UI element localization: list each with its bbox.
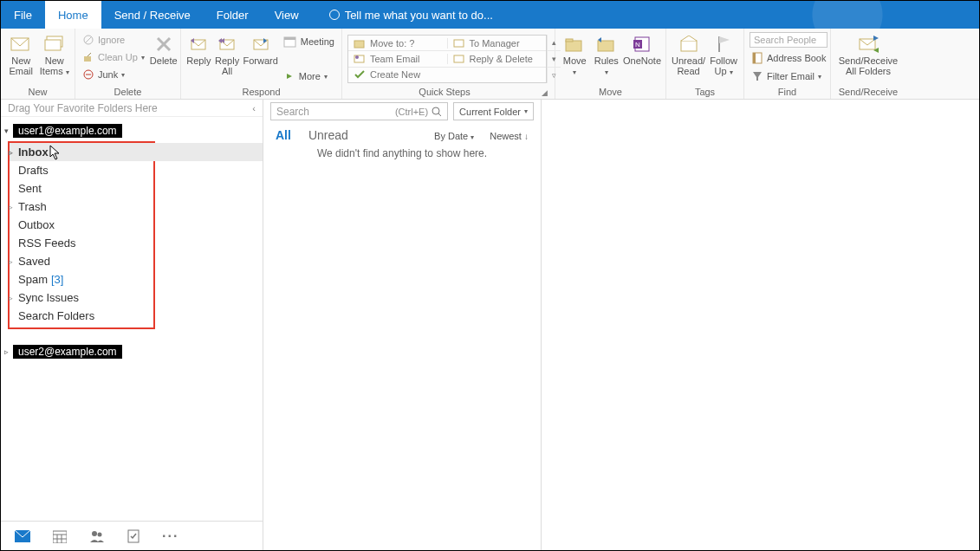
- meeting-button[interactable]: Meeting: [282, 34, 336, 49]
- junk-button[interactable]: Junk▾: [81, 67, 146, 82]
- move-button[interactable]: Move▾: [561, 32, 589, 76]
- search-people-input[interactable]: Search People: [750, 32, 827, 48]
- check-icon: [354, 69, 366, 80]
- nav-calendar-icon[interactable]: [53, 529, 67, 543]
- ignore-icon: [82, 34, 94, 46]
- qs-create-new[interactable]: Create New: [348, 69, 447, 80]
- qs-team-email[interactable]: Team Email: [348, 54, 447, 64]
- envelope-icon: [10, 34, 31, 55]
- group-new: New Email New Items ▾ New: [1, 29, 75, 99]
- team-icon: [354, 54, 366, 64]
- folder-saved[interactable]: ▹Saved: [10, 252, 153, 270]
- new-items-button[interactable]: New Items ▾: [40, 32, 70, 76]
- svg-point-39: [98, 532, 102, 536]
- tell-me-search[interactable]: Tell me what you want to do...: [312, 1, 493, 29]
- account-2-header[interactable]: user2@example.com: [13, 345, 122, 359]
- send-receive-all-button[interactable]: Send/Receive All Folders: [836, 32, 900, 76]
- new-email-button[interactable]: New Email: [6, 32, 36, 76]
- forward-button[interactable]: Forward: [243, 32, 278, 67]
- onenote-icon: N: [632, 34, 652, 55]
- group-respond-label: Respond: [186, 86, 336, 97]
- follow-up-button[interactable]: Follow Up ▾: [709, 32, 738, 76]
- nav-mail-icon[interactable]: [15, 530, 30, 542]
- reply-delete-icon: [453, 54, 465, 64]
- filter-unread[interactable]: Unread: [308, 128, 348, 142]
- svg-point-19: [355, 55, 359, 59]
- svg-rect-16: [354, 41, 364, 48]
- move-folder-icon: [564, 34, 585, 55]
- rules-icon: [596, 34, 617, 55]
- more-respond-button[interactable]: More▾: [282, 68, 336, 84]
- account-1-header[interactable]: user1@example.com: [13, 124, 122, 138]
- cleanup-button[interactable]: Clean Up▾: [81, 49, 146, 65]
- chevron-right-icon: ▹: [9, 257, 13, 266]
- svg-rect-2: [45, 40, 61, 50]
- tab-home[interactable]: Home: [45, 1, 101, 29]
- address-book-button[interactable]: Address Book: [750, 50, 827, 66]
- qs-move-to[interactable]: Move to: ?: [348, 38, 447, 49]
- search-shortcut-hint: (Ctrl+E): [395, 107, 428, 117]
- qs-to-manager[interactable]: To Manager: [447, 38, 547, 49]
- tab-view[interactable]: View: [262, 1, 312, 29]
- favorites-drop-zone[interactable]: Drag Your Favorite Folders Here ‹: [1, 100, 263, 117]
- svg-text:N: N: [635, 41, 640, 49]
- nav-tasks-icon[interactable]: [127, 529, 140, 543]
- rules-button[interactable]: Rules▾: [593, 32, 621, 76]
- folder-rss-feeds[interactable]: RSS Feeds: [10, 234, 153, 252]
- collapse-nav-icon[interactable]: ‹: [252, 103, 256, 113]
- group-find-label: Find: [750, 86, 825, 97]
- folder-drafts[interactable]: Drafts: [10, 161, 153, 179]
- quick-steps-launcher[interactable]: ◢: [542, 88, 549, 97]
- reply-button[interactable]: Reply: [186, 32, 211, 67]
- search-input[interactable]: Search (Ctrl+E): [270, 102, 448, 120]
- nav-more-icon[interactable]: ···: [162, 528, 178, 544]
- delete-button[interactable]: Delete: [150, 32, 178, 67]
- group-delete: Ignore Clean Up▾ Junk▾ Delete: [75, 29, 181, 99]
- group-quick-steps-label: Quick Steps: [347, 86, 542, 97]
- nav-people-icon[interactable]: [89, 529, 105, 543]
- send-receive-icon: [858, 34, 879, 55]
- svg-rect-22: [566, 39, 573, 42]
- tell-me-label: Tell me what you want to do...: [345, 9, 493, 22]
- reply-icon: [188, 34, 209, 55]
- svg-rect-21: [566, 41, 581, 51]
- forward-icon: [250, 34, 271, 55]
- group-move: Move▾ Rules▾ N OneNote Move: [555, 29, 666, 99]
- sort-by-date[interactable]: By Date ▾: [434, 131, 474, 141]
- folder-sent[interactable]: Sent: [10, 179, 153, 198]
- filter-all[interactable]: All: [276, 128, 291, 142]
- ignore-button[interactable]: Ignore: [81, 32, 146, 48]
- new-email-label: New Email: [9, 56, 33, 76]
- group-new-label: New: [6, 86, 69, 97]
- tab-file[interactable]: File: [1, 1, 45, 29]
- svg-point-41: [432, 107, 439, 114]
- search-icon: [432, 107, 442, 117]
- nav-switcher: ···: [1, 521, 263, 550]
- group-send-receive: Send/Receive All Folders Send/Receive: [831, 29, 905, 99]
- svg-rect-27: [681, 41, 697, 51]
- ribbon: New Email New Items ▾ New Ignore: [1, 29, 979, 100]
- filter-email-button[interactable]: Filter Email▾: [750, 68, 827, 84]
- folder-sync-issues[interactable]: ▹Sync Issues: [10, 288, 153, 307]
- reply-all-button[interactable]: Reply All: [215, 32, 240, 76]
- folder-spam[interactable]: Spam [3]: [10, 270, 153, 288]
- group-move-label: Move: [561, 86, 660, 97]
- onenote-button[interactable]: N OneNote: [624, 32, 660, 67]
- search-scope-dropdown[interactable]: Current Folder▾: [453, 102, 534, 120]
- group-respond: Reply Reply All Forward Meeting: [181, 29, 342, 99]
- qs-reply-delete[interactable]: Reply & Delete: [447, 54, 547, 64]
- flag-icon: [713, 34, 734, 55]
- tab-send-receive[interactable]: Send / Receive: [101, 1, 204, 29]
- group-tags: Unread/ Read Follow Up ▾ Tags: [666, 29, 744, 99]
- folder-outbox[interactable]: Outbox: [10, 216, 153, 234]
- folder-search-folders[interactable]: Search Folders: [10, 307, 153, 325]
- junk-icon: [82, 68, 94, 81]
- unread-read-button[interactable]: Unread/ Read: [672, 32, 705, 76]
- sort-newest[interactable]: Newest ↓: [490, 131, 529, 141]
- folder-trash[interactable]: ▹Trash: [10, 198, 153, 216]
- chevron-right-icon: ▹: [9, 148, 13, 157]
- more-icon: [283, 70, 295, 82]
- chevron-right-icon: ▹: [9, 203, 13, 211]
- tab-folder[interactable]: Folder: [204, 1, 262, 29]
- folder-inbox[interactable]: ▹ Inbox: [10, 143, 153, 161]
